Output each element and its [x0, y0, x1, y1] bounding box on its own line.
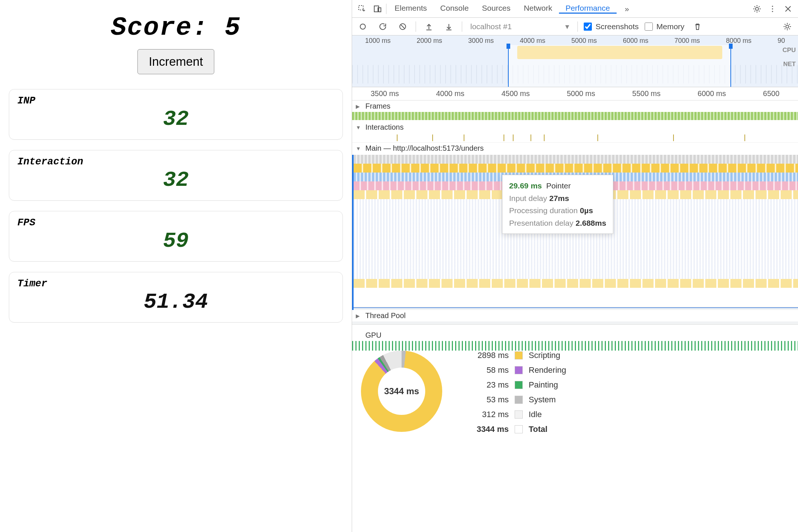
svg-point-4 — [772, 6, 773, 7]
reload-record-icon[interactable] — [376, 20, 390, 34]
overview-timeline[interactable]: 1000 ms2000 ms3000 ms4000 ms5000 ms6000 … — [352, 35, 798, 87]
interaction-tick[interactable] — [504, 134, 504, 141]
close-devtools-icon[interactable] — [781, 2, 795, 16]
track-main-label: Main — http://localhost:5173/unders — [365, 144, 484, 153]
selection-handle-left[interactable] — [507, 44, 510, 49]
tooltip-duration: 29.69 ms — [509, 181, 542, 190]
clear-icon[interactable] — [396, 20, 410, 34]
interaction-tick[interactable] — [464, 134, 464, 141]
detail-ruler[interactable]: 3500 ms4000 ms4500 ms5000 ms5500 ms6000 … — [352, 87, 798, 100]
interaction-tooltip: 29.69 ms Pointer Input delay27msProcessi… — [502, 175, 613, 234]
ruler-tick: 5000 ms — [567, 89, 595, 98]
tab-console[interactable]: Console — [434, 4, 475, 13]
tooltip-row-key: Processing duration — [509, 206, 578, 215]
track-threadpool-header[interactable]: ▶ Thread Pool — [352, 310, 798, 321]
track-frames-header[interactable]: ▶ Frames — [352, 100, 798, 112]
download-profile-icon[interactable] — [442, 20, 456, 34]
metric-card-value: 51.34 — [17, 290, 334, 314]
overview-tick: 7000 ms — [675, 37, 700, 45]
separator — [386, 4, 386, 14]
tooltip-kind: Pointer — [546, 181, 571, 190]
selection-handle-right[interactable] — [729, 44, 733, 49]
main-thread-lane[interactable]: 29.69 ms Pointer Input delay27msProcessi… — [352, 155, 798, 310]
performance-toolbar: localhost #1 ▾ Screenshots Memory — [352, 18, 798, 35]
devtools-tab-bar: ElementsConsoleSourcesNetworkPerformance… — [352, 0, 798, 18]
inspect-icon[interactable] — [355, 2, 369, 16]
disclosure-right-icon[interactable]: ▶ — [356, 103, 362, 109]
interaction-tick[interactable] — [397, 134, 398, 141]
memory-checkbox[interactable]: Memory — [645, 22, 685, 31]
overview-tick: 1000 ms — [365, 37, 391, 45]
interaction-tick[interactable] — [531, 134, 531, 141]
tabs-overflow[interactable]: » — [618, 0, 636, 17]
tooltip-row-key: Input delay — [509, 194, 547, 202]
tab-network[interactable]: Network — [517, 4, 559, 13]
recording-selector[interactable]: localhost #1 ▾ — [468, 22, 572, 31]
capture-settings-gear-icon[interactable] — [780, 20, 794, 34]
svg-point-5 — [772, 8, 773, 9]
increment-button[interactable]: Increment — [137, 49, 215, 74]
metric-card-value: 32 — [17, 168, 334, 192]
legend-name: Idle — [529, 410, 542, 419]
memory-label: Memory — [657, 22, 685, 31]
metric-card: INP32 — [9, 89, 343, 140]
metric-card-label: Timer — [17, 278, 334, 289]
threadpool-lane[interactable] — [352, 321, 798, 331]
disclosure-down-icon[interactable]: ▼ — [356, 146, 362, 151]
legend-ms: 53 ms — [464, 395, 509, 405]
interaction-tick[interactable] — [544, 134, 545, 141]
metric-card-value: 32 — [17, 107, 334, 131]
legend-swatch — [515, 381, 523, 389]
tooltip-row-key: Presentation delay — [509, 219, 573, 227]
track-main-header[interactable]: ▼ Main — http://localhost:5173/unders — [352, 143, 798, 154]
device-toolbar-icon[interactable] — [371, 2, 385, 16]
record-icon[interactable] — [356, 20, 370, 34]
tooltip-row-value: 27ms — [549, 194, 569, 202]
gc-icon[interactable] — [690, 20, 705, 34]
metric-card: Interaction32 — [9, 150, 343, 201]
interactions-lane[interactable] — [352, 133, 798, 143]
disclosure-right-icon[interactable]: ▶ — [356, 313, 362, 319]
frames-lane[interactable] — [352, 112, 798, 120]
interaction-tick[interactable] — [432, 134, 433, 141]
svg-rect-0 — [359, 6, 363, 10]
donut-center-label: 3344 ms — [384, 386, 419, 396]
flame-chart-area[interactable]: ▶ Frames ▼ Interactions ▼ Main — http://… — [352, 100, 798, 307]
tooltip-row-value: 0µs — [580, 206, 593, 215]
metric-card: Timer51.34 — [9, 272, 343, 323]
gpu-lane[interactable] — [352, 341, 798, 351]
tab-elements[interactable]: Elements — [388, 4, 434, 13]
tab-performance[interactable]: Performance — [559, 4, 617, 14]
upload-profile-icon[interactable] — [422, 20, 436, 34]
separator — [416, 21, 416, 32]
disclosure-blank-icon — [356, 332, 362, 338]
legend-ms: 2898 ms — [464, 351, 509, 360]
overview-tick: 6000 ms — [623, 37, 648, 45]
track-gpu-label: GPU — [365, 331, 381, 340]
legend-row: 3344 msTotal — [464, 424, 566, 434]
track-interactions-header[interactable]: ▼ Interactions — [352, 122, 798, 133]
tab-sources[interactable]: Sources — [475, 4, 517, 13]
interaction-tick[interactable] — [744, 134, 745, 141]
track-gpu-header[interactable]: GPU — [352, 331, 798, 341]
interaction-tick[interactable] — [597, 134, 598, 141]
legend-swatch — [515, 351, 523, 359]
overview-tick: 2000 ms — [417, 37, 442, 45]
interaction-tick[interactable] — [673, 134, 674, 141]
legend-swatch — [515, 396, 523, 404]
interaction-tick[interactable] — [513, 134, 514, 141]
overview-selection[interactable] — [508, 45, 731, 87]
track-frames-label: Frames — [365, 102, 391, 110]
legend-row: 312 msIdle — [464, 410, 566, 419]
ruler-tick: 4500 ms — [501, 89, 530, 98]
track-threadpool-label: Thread Pool — [365, 311, 406, 320]
disclosure-down-icon[interactable]: ▼ — [356, 125, 362, 130]
ruler-tick: 6500 — [763, 89, 780, 98]
legend-name: Total — [529, 424, 548, 434]
legend-ms: 3344 ms — [464, 424, 509, 434]
ruler-tick: 6000 ms — [698, 89, 726, 98]
kebab-menu-icon[interactable] — [765, 2, 780, 16]
screenshots-checkbox[interactable]: Screenshots — [584, 22, 639, 31]
metric-card-value: 59 — [17, 229, 334, 253]
settings-gear-icon[interactable] — [750, 2, 764, 16]
